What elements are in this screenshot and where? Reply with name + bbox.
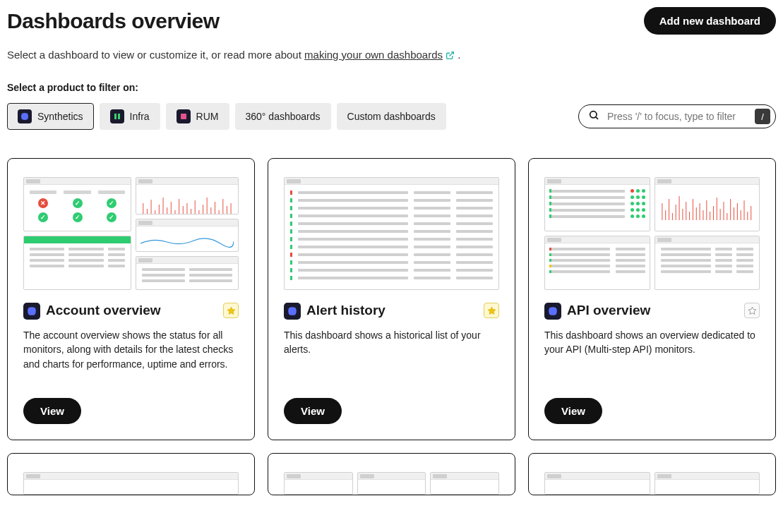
card-partial xyxy=(268,453,515,495)
favorite-button[interactable] xyxy=(223,303,239,318)
view-button[interactable]: View xyxy=(23,398,81,424)
search-input[interactable] xyxy=(578,104,776,128)
svg-line-5 xyxy=(596,117,598,119)
rum-icon xyxy=(177,109,191,123)
svg-marker-58 xyxy=(748,307,756,314)
card-api-overview: API overview This dashboard shows an ove… xyxy=(528,158,776,440)
add-dashboard-button[interactable]: Add new dashboard xyxy=(644,7,776,35)
svg-rect-3 xyxy=(181,114,186,119)
card-account-overview: ✕✓✓ ✓✓✓ xyxy=(7,158,255,440)
card-title: API overview xyxy=(567,303,739,318)
preview-api-overview xyxy=(544,177,760,290)
page-title: Dashboards overview xyxy=(7,9,220,33)
svg-marker-29 xyxy=(227,307,235,314)
favorite-button[interactable] xyxy=(744,303,760,318)
chip-synthetics[interactable]: Synthetics xyxy=(7,103,94,130)
filter-label: Select a product to filter on: xyxy=(7,82,776,93)
filter-chips: Synthetics Infra RUM 360° dashboards Cus… xyxy=(7,103,446,130)
svg-marker-30 xyxy=(488,307,496,314)
card-partial xyxy=(7,453,255,495)
svg-point-4 xyxy=(590,111,597,118)
card-description: The account overview shows the status fo… xyxy=(23,328,239,385)
card-title: Alert history xyxy=(306,303,478,318)
chip-infra[interactable]: Infra xyxy=(100,103,160,130)
svg-rect-2 xyxy=(118,114,120,119)
external-link-icon xyxy=(446,50,455,62)
chip-360-dashboards[interactable]: 360° dashboards xyxy=(235,103,331,130)
making-dashboards-link[interactable]: making your own dashboards xyxy=(304,49,455,61)
card-partial xyxy=(528,453,776,495)
slash-key-hint: / xyxy=(755,109,770,124)
synthetics-icon xyxy=(544,303,561,320)
chip-rum[interactable]: RUM xyxy=(166,103,229,130)
preview-alert-history xyxy=(284,177,499,290)
view-button[interactable]: View xyxy=(284,398,342,424)
search-icon xyxy=(588,109,599,123)
card-title: Account overview xyxy=(46,303,217,318)
synthetics-icon xyxy=(18,109,32,123)
view-button[interactable]: View xyxy=(544,398,602,424)
dashboard-cards-grid: ✕✓✓ ✓✓✓ xyxy=(7,158,776,495)
infra-icon xyxy=(110,109,124,123)
favorite-button[interactable] xyxy=(484,303,499,318)
synthetics-icon xyxy=(23,303,40,320)
svg-line-0 xyxy=(449,52,453,56)
card-description: This dashboard shows an overview dedicat… xyxy=(544,328,760,385)
intro-suffix: . xyxy=(455,49,460,61)
synthetics-icon xyxy=(284,303,301,320)
card-description: This dashboard shows a historical list o… xyxy=(284,328,499,385)
card-alert-history: Alert history This dashboard shows a his… xyxy=(268,158,515,440)
intro-text: Select a dashboard to view or customize … xyxy=(7,49,776,62)
search-container: / xyxy=(578,104,776,128)
chip-custom-dashboards[interactable]: Custom dashboards xyxy=(337,103,446,130)
preview-account-overview: ✕✓✓ ✓✓✓ xyxy=(23,177,239,290)
svg-rect-1 xyxy=(114,114,116,119)
intro-prefix: Select a dashboard to view or customize … xyxy=(7,49,304,61)
